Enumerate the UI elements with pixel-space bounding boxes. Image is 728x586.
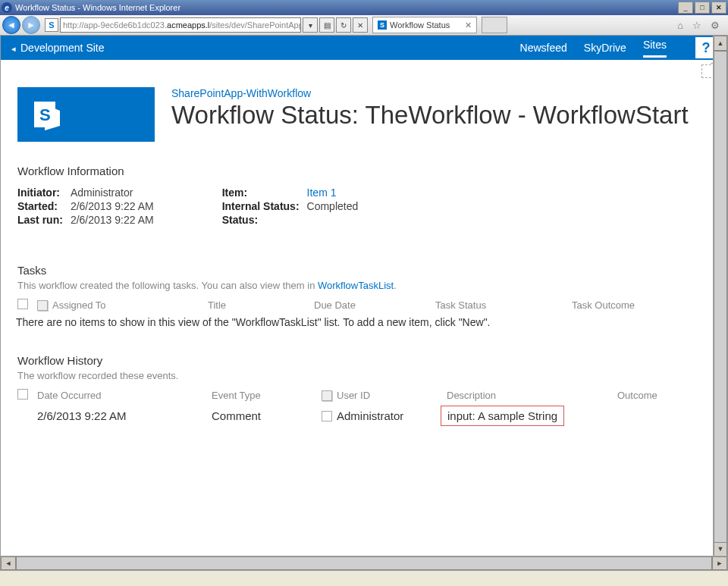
refresh-button[interactable]: ↻	[336, 17, 351, 33]
scroll-right-button[interactable]: ►	[712, 556, 727, 570]
home-icon[interactable]: ⌂	[677, 20, 683, 31]
window-title: Workflow Status - Windows Internet Explo…	[15, 3, 676, 12]
tasks-subtext: This workflow created the following task…	[17, 280, 711, 291]
row-checkbox[interactable]	[322, 411, 332, 421]
url-host: acmeapps.l	[167, 20, 209, 30]
lastrun-value: 2/6/2013 9:22 AM	[71, 214, 154, 226]
status-value	[307, 214, 359, 226]
ie-icon	[2, 2, 12, 13]
col-user-id[interactable]: User ID	[337, 390, 370, 401]
horizontal-thumb[interactable]	[16, 556, 712, 570]
favorites-icon[interactable]: ☆	[692, 20, 701, 31]
col-event-type[interactable]: Event Type	[212, 390, 322, 401]
vertical-thumb[interactable]	[714, 51, 727, 543]
url-prefix: http://app-9ec6de6b1dc023.	[63, 20, 167, 30]
tasks-subtext-a: This workflow created the following task…	[17, 280, 318, 291]
horizontal-scrollbar[interactable]: ◄ ►	[1, 556, 727, 570]
compat-view-button[interactable]: ▤	[319, 17, 334, 33]
started-value: 2/6/2013 9:22 AM	[71, 200, 154, 212]
tasks-subtext-period: .	[394, 280, 397, 291]
col-title[interactable]: Title	[208, 299, 314, 311]
site-logo[interactable]: S	[17, 87, 155, 142]
history-row[interactable]: 2/6/2013 9:22 AM Comment Administrator i…	[17, 409, 711, 422]
tasks-empty-message: There are no items to show in this view …	[16, 316, 711, 328]
ie-toolbar: ◄ ► S http://app-9ec6de6b1dc023. acmeapp…	[0, 15, 728, 36]
minimize-button[interactable]: _	[678, 2, 693, 14]
sharepoint-favicon: S	[378, 20, 387, 30]
history-selectall-checkbox[interactable]	[17, 389, 28, 400]
item-link[interactable]: Item 1	[307, 186, 359, 199]
col-due-date[interactable]: Due Date	[314, 299, 435, 311]
col-date-occurred[interactable]: Date Occurred	[37, 390, 212, 401]
scroll-down-button[interactable]: ▼	[714, 541, 727, 556]
nav-skydrive[interactable]: SkyDrive	[584, 42, 626, 54]
vertical-scrollbar[interactable]: ▲ ▼	[713, 36, 727, 556]
window-titlebar: Workflow Status - Windows Internet Explo…	[0, 0, 728, 15]
history-type: Comment	[212, 409, 322, 422]
browser-tab-active[interactable]: S Workflow Status ✕	[372, 17, 477, 33]
history-description: input: A sample String	[441, 406, 564, 426]
internal-status-value: Completed	[307, 200, 359, 212]
tab-close-icon[interactable]: ✕	[465, 20, 472, 30]
new-tab-button[interactable]	[482, 17, 507, 33]
url-suffix: /sites/dev/SharePointApp-WithWorkflow/_l…	[209, 20, 301, 30]
workflow-info-heading: Workflow Information	[17, 165, 711, 177]
scroll-up-button[interactable]: ▲	[714, 36, 727, 51]
tasks-selectall-checkbox[interactable]	[17, 299, 28, 309]
nav-newsfeed[interactable]: Newsfeed	[520, 42, 567, 54]
initiator-label: Initiator:	[17, 186, 63, 199]
initiator-value: Administrator	[71, 186, 154, 199]
user-icon	[322, 390, 332, 401]
history-subtext: The workflow recorded these events.	[17, 370, 711, 381]
status-label: Status:	[222, 214, 300, 226]
tasks-heading: Tasks	[17, 264, 711, 277]
page-body: S SharePointApp-WithWorkflow Workflow St…	[1, 83, 727, 422]
scroll-left-button[interactable]: ◄	[1, 556, 16, 570]
started-label: Started:	[17, 200, 63, 212]
tools-icon[interactable]: ⚙	[711, 20, 720, 31]
address-bar[interactable]: http://app-9ec6de6b1dc023. acmeapps.l /s…	[60, 17, 301, 33]
col-assigned-to[interactable]: Assigned To	[52, 299, 106, 311]
stop-button[interactable]: ✕	[353, 17, 368, 33]
site-favicon: S	[45, 18, 58, 32]
item-label: Item:	[222, 186, 300, 199]
tab-title: Workflow Status	[390, 20, 450, 30]
suite-bar: Development Site Newsfeed SkyDrive Sites…	[1, 36, 727, 60]
nav-sites[interactable]: Sites	[643, 39, 667, 58]
history-user: Administrator	[337, 409, 403, 422]
maximize-button[interactable]: □	[695, 2, 710, 14]
page-title: Workflow Status: TheWorkflow - WorkflowS…	[171, 101, 689, 130]
browser-viewport: Development Site Newsfeed SkyDrive Sites…	[0, 36, 728, 571]
internal-status-label: Internal Status:	[222, 200, 300, 212]
history-heading: Workflow History	[17, 354, 711, 367]
site-dropdown[interactable]: Development Site	[11, 42, 105, 54]
svg-text:S: S	[39, 105, 51, 124]
col-description[interactable]: Description	[447, 390, 617, 401]
forward-button[interactable]: ►	[22, 16, 40, 34]
lastrun-label: Last run:	[17, 214, 63, 226]
close-button[interactable]: ✕	[711, 2, 726, 14]
col-task-status[interactable]: Task Status	[435, 299, 572, 311]
history-date: 2/6/2013 9:22 AM	[37, 409, 212, 422]
workflowtasklist-link[interactable]: WorkflowTaskList	[318, 280, 394, 291]
col-outcome[interactable]: Outcome	[617, 390, 711, 401]
addressbar-dropdown[interactable]: ▾	[303, 17, 318, 33]
breadcrumb-link[interactable]: SharePointApp-WithWorkflow	[171, 87, 689, 99]
back-button[interactable]: ◄	[2, 16, 20, 34]
user-icon	[37, 300, 48, 311]
col-task-outcome[interactable]: Task Outcome	[572, 299, 711, 311]
